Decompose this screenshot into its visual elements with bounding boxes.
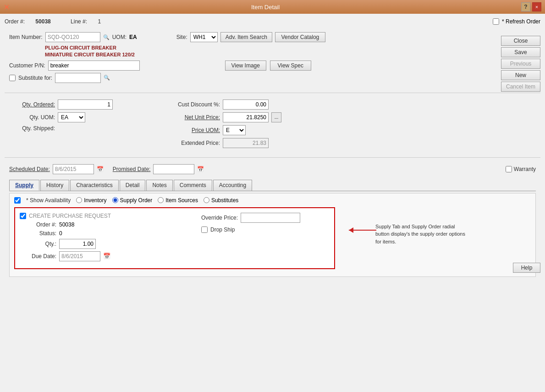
line-number-label: Line #: 1 <box>71 18 110 25</box>
supply-due-date-input[interactable] <box>59 251 100 261</box>
site-dropdown[interactable]: WH1 <box>190 32 218 42</box>
item-number-label: Item Number: <box>9 34 43 40</box>
promised-date-input[interactable] <box>153 164 194 174</box>
tabs-section: Supply History Characteristics Detail No… <box>5 180 540 191</box>
help-icon-btn[interactable]: ? <box>521 2 530 11</box>
create-pr-label: CREATE PURCHASE REQUEST <box>29 213 111 219</box>
tab-supply[interactable]: Supply <box>9 180 39 191</box>
warranty-checkbox[interactable] <box>506 166 512 172</box>
refresh-order-checkbox[interactable] <box>493 18 499 25</box>
substitute-input[interactable] <box>55 73 101 83</box>
extended-price-input <box>223 138 269 148</box>
svg-marker-1 <box>349 227 353 233</box>
cust-discount-label: Cust Discount %: <box>165 101 220 108</box>
supply-status-value: 0 <box>59 230 62 237</box>
net-unit-price-label: Net Unit Price: <box>165 114 220 121</box>
item-search-icon[interactable]: 🔍 <box>103 34 110 40</box>
item-number-input[interactable] <box>45 32 100 42</box>
promised-date-cal-icon[interactable]: 📅 <box>197 166 204 172</box>
supply-status-row: Status: 0 <box>20 230 192 237</box>
annotation-arrow-icon <box>344 221 381 239</box>
radio-inventory: Inventory <box>76 197 106 204</box>
supply-order-value: 50038 <box>59 221 74 228</box>
supply-box-right: Override Price: Drop Ship <box>201 213 330 235</box>
close-button[interactable]: Close <box>501 36 540 46</box>
uom-value: EA <box>129 34 137 40</box>
line-number-value: 1 <box>98 18 101 25</box>
item-desc: PLUG-ON CIRCUIT BREAKER MINIATURE CIRCUI… <box>45 44 536 59</box>
dates-section: Scheduled Date: 📅 Promised Date: 📅 Warra… <box>5 161 540 177</box>
view-image-button[interactable]: View Image <box>225 61 266 71</box>
uom-label: UOM: <box>112 34 127 40</box>
radio-inventory-input[interactable] <box>76 197 82 203</box>
drop-ship-checkbox[interactable] <box>201 226 208 233</box>
refresh-order-label: * Refresh Order <box>502 18 540 25</box>
radio-supply-order-input[interactable] <box>112 197 118 203</box>
window-close-button[interactable]: × <box>532 2 541 11</box>
radio-substitutes-input[interactable] <box>204 197 209 203</box>
scheduled-date-label: Scheduled Date: <box>9 166 50 172</box>
radio-supply-order-label: Supply Order <box>120 197 153 204</box>
tab-comments[interactable]: Comments <box>174 180 212 191</box>
override-price-input[interactable] <box>241 213 300 223</box>
supply-qty-label: Qty.: <box>20 241 56 247</box>
item-desc-line1: PLUG-ON CIRCUIT BREAKER <box>45 44 536 51</box>
qty-uom-row: Qty. UOM: EA <box>9 112 147 122</box>
net-unit-price-row: Net Unit Price: ... <box>165 112 536 122</box>
title-bar-controls: ? × <box>521 2 541 11</box>
main-window: Order #: 50038 Line #: 1 * Refresh Order… <box>0 14 545 392</box>
cancel-item-button[interactable]: Cancel Item <box>501 82 540 92</box>
drop-ship-row: Drop Ship <box>201 226 330 233</box>
net-unit-price-input[interactable] <box>223 112 269 122</box>
item-section: Item Number: 🔍 UOM: EA Site: WH1 Adv. It… <box>5 28 540 89</box>
create-pr-checkbox[interactable] <box>20 213 26 219</box>
qty-ordered-label: Qty. Ordered: <box>9 101 55 108</box>
window-title: Item Detail <box>10 4 521 11</box>
override-price-row: Override Price: <box>201 213 330 223</box>
adv-item-search-button[interactable]: Adv. Item Search <box>220 32 272 42</box>
customer-pn-input[interactable] <box>48 61 140 71</box>
availability-row: * Show Availability Inventory Supply Ord… <box>14 197 531 204</box>
warranty-label: Warranty <box>514 166 536 172</box>
show-availability-label: * Show Availability <box>26 197 71 204</box>
tabs-bar: Supply History Characteristics Detail No… <box>9 180 536 191</box>
radio-supply-order: Supply Order <box>112 197 153 204</box>
supply-order-label: Order #: <box>20 221 56 228</box>
scheduled-date-cal-icon[interactable]: 📅 <box>97 166 104 172</box>
qty-shipped-label: Qty. Shipped: <box>9 125 55 132</box>
previous-button[interactable]: Previous <box>501 59 540 69</box>
show-availability-checkbox[interactable] <box>14 197 21 204</box>
tab-accounting[interactable]: Accounting <box>213 180 252 191</box>
tab-detail[interactable]: Detail <box>120 180 146 191</box>
cust-discount-input[interactable] <box>223 99 269 110</box>
qty-price-section: Qty. Ordered: Qty. UOM: EA Qty. Shipped:… <box>5 97 540 154</box>
substitute-label: Substitute for: <box>18 75 52 81</box>
price-uom-label: Price UOM: <box>165 127 220 133</box>
qty-uom-dropdown[interactable]: EA <box>58 112 85 122</box>
new-button[interactable]: New <box>501 70 540 80</box>
annotation-section: Supply Tab and Supply Order radial butto… <box>344 221 467 246</box>
supply-due-date-cal-icon[interactable]: 📅 <box>103 253 110 259</box>
order-number-label: Order #: 50038 <box>5 18 61 25</box>
supply-due-date-row: Due Date: 📅 <box>20 251 192 261</box>
radio-item-sources-input[interactable] <box>158 197 164 203</box>
vendor-catalog-button[interactable]: Vendor Catalog <box>275 32 325 42</box>
qty-ordered-input[interactable] <box>58 99 113 110</box>
save-button[interactable]: Save <box>501 47 540 57</box>
substitute-checkbox[interactable] <box>9 75 16 81</box>
tab-characteristics[interactable]: Characteristics <box>70 180 118 191</box>
tab-notes[interactable]: Notes <box>146 180 172 191</box>
view-spec-button[interactable]: View Spec <box>270 61 311 71</box>
net-unit-price-browse[interactable]: ... <box>271 112 281 122</box>
scheduled-date-input[interactable] <box>53 164 94 174</box>
price-uom-dropdown[interactable]: E <box>223 125 246 135</box>
help-button[interactable]: Help <box>513 263 540 273</box>
tab-history[interactable]: History <box>40 180 69 191</box>
help-button-container: Help <box>513 263 540 273</box>
supply-box-container: CREATE PURCHASE REQUEST Order #: 50038 S… <box>14 207 531 273</box>
top-bar: Order #: 50038 Line #: 1 * Refresh Order <box>5 18 540 25</box>
supply-qty-input[interactable] <box>59 239 96 249</box>
price-uom-row: Price UOM: E <box>165 125 536 135</box>
app-logo-icon: ✕ <box>4 3 10 11</box>
substitute-search-icon[interactable]: 🔍 <box>104 75 110 81</box>
